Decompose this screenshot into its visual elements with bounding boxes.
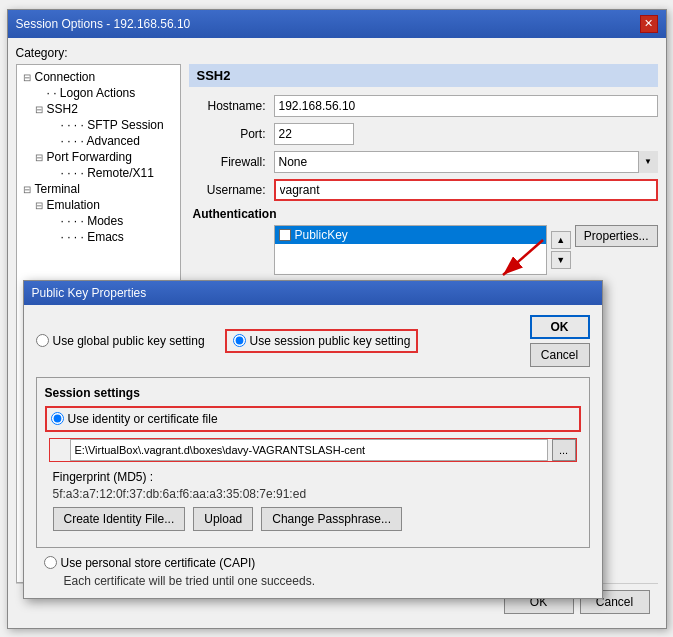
port-input[interactable] xyxy=(274,123,354,145)
auth-arrows: ▲ ▼ xyxy=(551,225,571,275)
expand-icon: ⊟ xyxy=(35,200,45,211)
tree-item-advanced[interactable]: · · · · Advanced xyxy=(21,133,176,149)
auth-listbox[interactable]: ✓ PublicKey xyxy=(274,225,547,275)
session-settings-group: Session settings Use identity or certifi… xyxy=(36,377,590,548)
personal-store-row: Use personal store certificate (CAPI) xyxy=(36,556,590,570)
expand-icon: ⊟ xyxy=(35,152,45,163)
tree-item-sftp[interactable]: · · · · SFTP Session xyxy=(21,117,176,133)
tree-item-ssh2[interactable]: ⊟SSH2 xyxy=(21,101,176,117)
auth-item-publickey[interactable]: ✓ PublicKey xyxy=(275,226,546,244)
fingerprint-row: Fingerprint (MD5) : 5f:a3:a7:12:0f:37:db… xyxy=(45,470,581,501)
move-down-button[interactable]: ▼ xyxy=(551,251,571,269)
auth-row: ✓ PublicKey ▲ ▼ Properties... xyxy=(274,225,658,275)
move-up-button[interactable]: ▲ xyxy=(551,231,571,249)
firewall-row: Firewall: None ▼ xyxy=(189,151,658,173)
tree-item-port-forwarding[interactable]: ⊟Port Forwarding xyxy=(21,149,176,165)
firewall-label: Firewall: xyxy=(189,155,274,169)
checkbox-icon: ✓ xyxy=(279,229,291,241)
auth-item-label: PublicKey xyxy=(295,228,348,242)
port-label: Port: xyxy=(189,127,274,141)
identity-label-text: Use identity or certificate file xyxy=(68,412,218,426)
username-label: Username: xyxy=(189,183,274,197)
expand-icon: ⊟ xyxy=(35,104,45,115)
main-window: Session Options - 192.168.56.10 ✕ Catego… xyxy=(7,9,667,629)
tree-item-connection[interactable]: ⊟Connection xyxy=(21,69,176,85)
session-radio-option[interactable]: Use session public key setting xyxy=(225,329,419,353)
auth-section: Authentication ✓ PublicKey ▲ ▼ Prop xyxy=(189,207,658,275)
dialog-ok-button[interactable]: OK xyxy=(530,315,590,339)
username-input[interactable] xyxy=(274,179,658,201)
identity-path-input[interactable] xyxy=(70,439,548,461)
tree-item-emacs[interactable]: · · · · Emacs xyxy=(21,229,176,245)
create-identity-button[interactable]: Create Identity File... xyxy=(53,507,186,531)
session-settings-legend: Session settings xyxy=(45,386,581,400)
window-title: Session Options - 192.168.56.10 xyxy=(16,17,191,31)
browse-button[interactable]: ... xyxy=(552,439,576,461)
change-passphrase-button[interactable]: Change Passphrase... xyxy=(261,507,402,531)
global-radio-input[interactable] xyxy=(36,334,49,347)
expand-icon: ⊟ xyxy=(23,184,33,195)
dialog-title-bar: Public Key Properties xyxy=(24,281,602,305)
personal-store-desc: Each certificate will be tried until one… xyxy=(36,574,590,588)
radio-row: Use global public key setting Use sessio… xyxy=(36,315,590,367)
category-label: Category: xyxy=(16,46,658,60)
username-row: Username: xyxy=(189,179,658,201)
dialog-title: Public Key Properties xyxy=(32,286,147,300)
tree-item-logon-actions[interactable]: · · Logon Actions xyxy=(21,85,176,101)
fingerprint-value: 5f:a3:a7:12:0f:37:db:6a:f6:aa:a3:35:08:7… xyxy=(53,487,581,501)
identity-label: Use identity or certificate file xyxy=(51,412,218,426)
personal-store-label: Use personal store certificate (CAPI) xyxy=(61,556,256,570)
auth-label: Authentication xyxy=(193,207,658,221)
dialog-cancel-button[interactable]: Cancel xyxy=(530,343,590,367)
hostname-input[interactable] xyxy=(274,95,658,117)
title-bar: Session Options - 192.168.56.10 ✕ xyxy=(8,10,666,38)
tree-item-remote-x11[interactable]: · · · · Remote/X11 xyxy=(21,165,176,181)
dialog-body: Use global public key setting Use sessio… xyxy=(24,305,602,598)
public-key-dialog: Public Key Properties Use global public … xyxy=(23,280,603,599)
hostname-row: Hostname: xyxy=(189,95,658,117)
tree-item-emulation[interactable]: ⊟Emulation xyxy=(21,197,176,213)
identity-row: Use identity or certificate file xyxy=(45,406,581,432)
firewall-select-wrapper: None ▼ xyxy=(274,151,658,173)
action-buttons-row: Create Identity File... Upload Change Pa… xyxy=(45,507,581,531)
identity-radio-input[interactable] xyxy=(51,412,64,425)
tree-item-terminal[interactable]: ⊟Terminal xyxy=(21,181,176,197)
properties-button[interactable]: Properties... xyxy=(575,225,658,247)
upload-button[interactable]: Upload xyxy=(193,507,253,531)
firewall-select[interactable]: None xyxy=(274,151,658,173)
close-button[interactable]: ✕ xyxy=(640,15,658,33)
session-radio-input[interactable] xyxy=(233,334,246,347)
global-radio-option[interactable]: Use global public key setting xyxy=(36,334,205,348)
global-radio-label: Use global public key setting xyxy=(53,334,205,348)
identity-path-row: ... xyxy=(49,438,577,462)
port-row: Port: xyxy=(189,123,658,145)
section-header: SSH2 xyxy=(189,64,658,87)
tree-item-modes[interactable]: · · · · Modes xyxy=(21,213,176,229)
hostname-label: Hostname: xyxy=(189,99,274,113)
expand-icon: ⊟ xyxy=(23,72,33,83)
fingerprint-label: Fingerprint (MD5) : xyxy=(53,470,581,484)
dialog-buttons: OK Cancel xyxy=(530,315,590,367)
session-radio-label: Use session public key setting xyxy=(250,334,411,348)
personal-store-radio[interactable] xyxy=(44,556,57,569)
